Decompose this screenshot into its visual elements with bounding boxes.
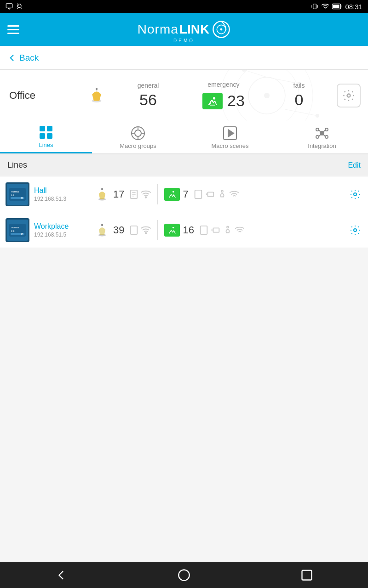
- divider-workplace: [157, 220, 158, 240]
- emergency-label: emergency: [207, 81, 239, 88]
- lines-tab-icon: [39, 125, 53, 140]
- svg-point-11: [220, 28, 223, 31]
- svg-point-65: [354, 193, 356, 196]
- back-button[interactable]: Back: [7, 53, 39, 63]
- svg-rect-64: [221, 190, 223, 192]
- line-emergency-hall: 7: [164, 188, 188, 201]
- summary-emergency-stat: emergency 23: [186, 81, 261, 110]
- emergency-icon-hall: [167, 189, 177, 199]
- gear-icon: [342, 89, 355, 102]
- general-label: general: [138, 82, 159, 89]
- line-lamp-icon-workplace: [94, 222, 110, 238]
- svg-rect-54: [101, 188, 103, 190]
- document-icon: [129, 189, 139, 199]
- edit-button[interactable]: Edit: [348, 161, 361, 170]
- svg-point-59: [145, 197, 147, 198]
- lines-list: norma link 64 Hall 192.168.51.3 17: [0, 176, 368, 248]
- back-bar: Back: [0, 46, 368, 70]
- line-settings-button-hall[interactable]: [348, 187, 362, 202]
- bottom-navigation: [0, 562, 368, 588]
- tab-integration[interactable]: Integration: [276, 121, 368, 153]
- tab-macro-scenes-label: Macro scenes: [212, 142, 249, 149]
- fails-value: 0: [295, 91, 304, 109]
- svg-rect-30: [47, 133, 52, 139]
- emergency-badge: [202, 93, 223, 109]
- macro-groups-icon: [131, 126, 145, 141]
- logo-link: LINK: [179, 22, 209, 37]
- svg-rect-79: [227, 226, 229, 228]
- svg-rect-63: [207, 192, 213, 196]
- gear-icon-hall: [350, 189, 361, 200]
- svg-rect-8: [333, 5, 339, 8]
- lines-section-title: Lines: [7, 160, 27, 170]
- tab-bar: Lines Macro groups Macro scenes: [0, 121, 368, 154]
- summary-card: Office general 56 emergency: [0, 70, 368, 121]
- nav-recents-icon: [300, 569, 313, 582]
- svg-line-44: [319, 130, 321, 132]
- logo-demo: DEMO: [173, 38, 195, 43]
- tab-lines[interactable]: Lines: [0, 121, 92, 153]
- gear-icon-workplace: [350, 225, 361, 236]
- svg-marker-38: [228, 130, 234, 137]
- general-value: 56: [139, 91, 157, 109]
- line-lamp-icon-hall: [94, 186, 110, 203]
- svg-text:norma: norma: [11, 226, 19, 229]
- summary-lamp: [83, 85, 110, 106]
- svg-point-74: [145, 232, 147, 234]
- line-settings-button-workplace[interactable]: [348, 223, 362, 237]
- nav-recents-button[interactable]: [293, 566, 321, 584]
- svg-line-17: [285, 109, 317, 116]
- line-emergency-extra-icons-workplace: [199, 225, 245, 235]
- lamp-icon: [86, 85, 107, 106]
- line-name-hall[interactable]: Hall: [34, 187, 94, 195]
- svg-rect-78: [213, 228, 219, 232]
- nav-back-icon: [55, 569, 68, 582]
- doc-icon-wp2: [199, 225, 209, 235]
- android-icon: [16, 3, 23, 10]
- macro-scenes-icon: [223, 126, 237, 141]
- svg-text:64: 64: [21, 197, 23, 199]
- line-general-count-workplace: 39: [113, 224, 124, 236]
- lamp-small-icon: [217, 189, 227, 199]
- tab-macro-scenes[interactable]: Macro scenes: [184, 121, 276, 153]
- emergency-badge-hall: [164, 188, 180, 201]
- fails-label: fails: [293, 82, 305, 89]
- nav-home-button[interactable]: [170, 566, 198, 584]
- tab-lines-label: Lines: [39, 141, 53, 148]
- svg-line-2: [17, 3, 18, 4]
- integration-icon: [315, 126, 329, 141]
- svg-point-40: [316, 128, 319, 131]
- svg-rect-29: [40, 133, 45, 139]
- svg-point-42: [316, 136, 319, 138]
- nav-back-button[interactable]: [47, 566, 75, 584]
- svg-text:norma: norma: [11, 190, 19, 193]
- svg-rect-77: [201, 226, 207, 234]
- emergency-badge-workplace: [164, 224, 180, 237]
- battery-icon-2: [205, 189, 215, 199]
- line-thumbnail-hall: norma link 64: [6, 182, 29, 206]
- svg-point-43: [325, 136, 328, 138]
- svg-text:link: link: [11, 194, 15, 197]
- back-arrow-icon: [7, 53, 17, 62]
- vibrate-icon: [311, 3, 318, 10]
- normalink-device-icon-2: norma link 64: [9, 224, 26, 237]
- svg-point-39: [320, 131, 324, 135]
- tab-macro-groups[interactable]: Macro groups: [92, 121, 184, 153]
- logo-norma: Norma: [138, 22, 178, 37]
- table-row: norma link 64 Workplace 192.168.51.5 39: [0, 212, 368, 248]
- app-header: Norma LINK DEMO: [0, 13, 368, 46]
- line-emergency-count-workplace: 16: [183, 224, 194, 236]
- hamburger-menu[interactable]: [7, 25, 19, 34]
- emergency-icon-workplace: [167, 225, 177, 235]
- svg-rect-23: [96, 88, 98, 90]
- lamp-icon-wp2: [223, 225, 233, 235]
- svg-point-80: [354, 229, 356, 232]
- line-emergency-count-hall: 7: [183, 188, 188, 200]
- svg-point-61: [172, 191, 174, 192]
- summary-settings-button[interactable]: [337, 84, 361, 107]
- svg-rect-6: [313, 4, 316, 9]
- line-info-workplace: Workplace 192.168.51.5: [34, 222, 94, 238]
- summary-name: Office: [0, 90, 83, 102]
- line-name-workplace[interactable]: Workplace: [34, 222, 94, 231]
- svg-point-41: [325, 128, 328, 131]
